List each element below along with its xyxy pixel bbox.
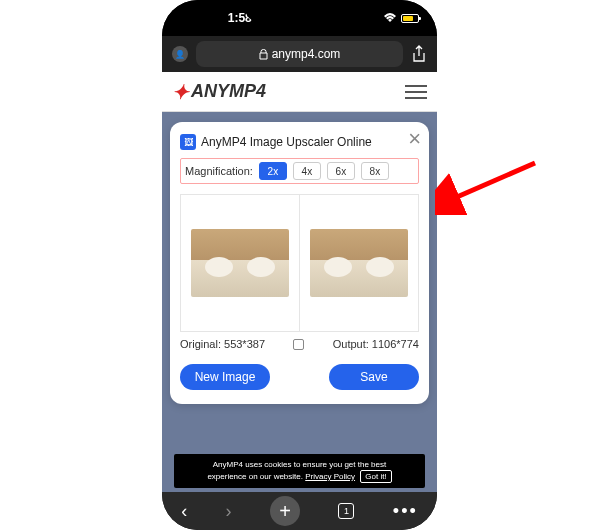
share-icon[interactable]	[411, 45, 427, 63]
original-pane	[181, 195, 300, 331]
svg-line-0	[450, 163, 535, 200]
dimensions-row: Original: 553*387 Output: 1106*774	[180, 338, 419, 350]
magnification-4x[interactable]: 4x	[293, 162, 321, 180]
cookie-text-1: AnyMP4 uses cookies to ensure you get th…	[213, 460, 386, 469]
privacy-icon[interactable]: 👤	[172, 46, 188, 62]
logo-text: ANYMP4	[191, 81, 266, 102]
original-thumbnail	[191, 229, 289, 297]
wifi-icon	[383, 13, 397, 23]
cookie-accept-button[interactable]: Got it!	[360, 470, 391, 483]
back-icon[interactable]: ‹	[181, 501, 187, 522]
magnification-8x[interactable]: 8x	[361, 162, 389, 180]
annotation-arrow-icon	[435, 155, 545, 215]
magnification-2x[interactable]: 2x	[259, 162, 287, 180]
browser-url-bar: 👤 anymp4.com	[162, 36, 437, 72]
new-image-button[interactable]: New Image	[180, 364, 270, 390]
url-field[interactable]: anymp4.com	[196, 41, 403, 67]
site-logo[interactable]: ✦ ANYMP4	[172, 80, 266, 104]
url-domain: anymp4.com	[272, 47, 341, 61]
output-pane	[300, 195, 418, 331]
app-icon: 🖼	[180, 134, 196, 150]
cookie-text-2: experience on our website.	[207, 472, 303, 481]
hamburger-menu-icon[interactable]	[405, 85, 427, 99]
original-dimensions: Original: 553*387	[180, 338, 265, 350]
output-thumbnail	[310, 229, 408, 297]
save-button[interactable]: Save	[329, 364, 419, 390]
magnification-label: Magnification:	[185, 165, 253, 177]
tabs-icon[interactable]: 1	[338, 503, 354, 519]
new-tab-button[interactable]: +	[270, 496, 300, 526]
site-header: ✦ ANYMP4	[162, 72, 437, 112]
compare-panel	[180, 194, 419, 332]
notch	[245, 0, 355, 22]
more-icon[interactable]: •••	[393, 501, 418, 522]
phone-frame: 1:58 👤 anymp4.com ✦ ANYMP4 × 🖼 AnyMP4	[162, 0, 437, 530]
close-icon[interactable]: ×	[408, 126, 421, 152]
page-content: ✦ ANYMP4 × 🖼 AnyMP4 Image Upscaler Onlin…	[162, 72, 437, 492]
forward-icon[interactable]: ›	[226, 501, 232, 522]
magnification-row: Magnification: 2x 4x 6x 8x	[180, 158, 419, 184]
privacy-policy-link[interactable]: Privacy Policy	[305, 472, 355, 481]
upscaler-modal: × 🖼 AnyMP4 Image Upscaler Online Magnifi…	[170, 122, 429, 404]
browser-bottom-nav: ‹ › + 1 •••	[162, 492, 437, 530]
modal-title: AnyMP4 Image Upscaler Online	[201, 135, 372, 149]
compare-checkbox[interactable]	[293, 339, 304, 350]
magnification-6x[interactable]: 6x	[327, 162, 355, 180]
cookie-banner: AnyMP4 uses cookies to ensure you get th…	[174, 454, 425, 488]
output-dimensions: Output: 1106*774	[333, 338, 419, 350]
logo-icon: ✦	[172, 80, 189, 104]
lock-icon	[259, 49, 268, 60]
battery-icon	[401, 14, 419, 23]
